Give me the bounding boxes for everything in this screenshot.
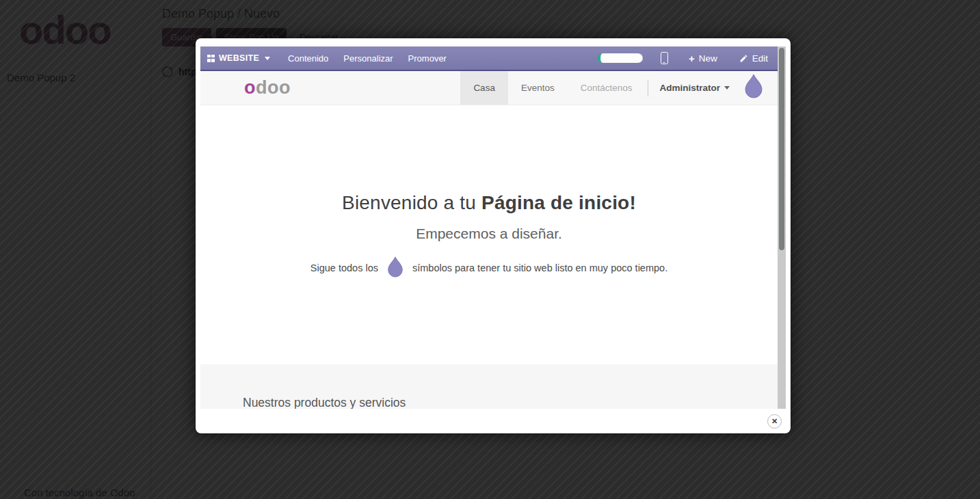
hero-title-bold: Página de inicio! bbox=[481, 192, 636, 213]
chevron-down-icon bbox=[265, 57, 270, 60]
website-menu-button[interactable]: WEBSITE bbox=[207, 53, 270, 63]
hint-after-text: símbolos para tener tu sitio web listo e… bbox=[412, 262, 667, 273]
tutorial-droplet-icon[interactable] bbox=[743, 74, 764, 101]
products-section: Nuestros productos y servicios bbox=[200, 364, 778, 409]
new-label: New bbox=[699, 53, 717, 64]
website-logo[interactable]: odoo bbox=[244, 77, 291, 98]
close-modal-button[interactable]: ✕ bbox=[767, 414, 782, 429]
hero-subtitle: Empecemos a diseñar. bbox=[200, 224, 778, 244]
website-navbar: odoo Casa Eventos Contáctenos Administra… bbox=[200, 71, 778, 105]
navbar-right-group: Casa Eventos Contáctenos Administrator bbox=[460, 71, 778, 105]
hint-before-text: Sigue todos los bbox=[310, 262, 378, 273]
website-logo-rest: doo bbox=[256, 77, 291, 98]
hero-hint: Sigue todos los símbolos para tener tu s… bbox=[200, 256, 778, 280]
nav-item-contactenos[interactable]: Contáctenos bbox=[568, 71, 646, 105]
toolbar-input[interactable] bbox=[598, 53, 643, 63]
navbar-divider bbox=[648, 80, 648, 96]
plus-icon: + bbox=[689, 53, 695, 64]
website-editor-toolbar: WEBSITE Contenido Personalizar Promover … bbox=[200, 46, 778, 71]
user-menu[interactable]: Administrator bbox=[651, 71, 738, 105]
screen: odoo Demo Popup / Nuevo Guardar Show Pop… bbox=[0, 0, 980, 499]
user-menu-label: Administrator bbox=[659, 83, 720, 93]
website-preview-frame: WEBSITE Contenido Personalizar Promover … bbox=[200, 46, 786, 409]
nav-item-eventos[interactable]: Eventos bbox=[508, 71, 568, 105]
tutorial-droplet-icon[interactable] bbox=[386, 256, 404, 280]
hero-title: Bienvenido a tu Página de inicio! bbox=[200, 191, 778, 215]
website-menu-label: WEBSITE bbox=[219, 53, 259, 63]
chevron-down-icon bbox=[724, 86, 730, 90]
homepage-hero: Bienvenido a tu Página de inicio! Empece… bbox=[200, 105, 778, 364]
toolbar-menu-contenido[interactable]: Contenido bbox=[288, 53, 328, 64]
preview-scrollbar-track[interactable] bbox=[778, 46, 786, 409]
popup-preview-modal: WEBSITE Contenido Personalizar Promover … bbox=[196, 38, 791, 433]
edit-button[interactable]: Edit bbox=[739, 53, 768, 64]
toolbar-menu-personalizar[interactable]: Personalizar bbox=[343, 53, 393, 64]
edit-label: Edit bbox=[752, 53, 768, 64]
apps-grid-icon bbox=[207, 55, 215, 62]
toolbar-right-group: + New Edit bbox=[598, 52, 768, 64]
hero-title-regular: Bienvenido a tu bbox=[342, 192, 481, 213]
mobile-preview-icon[interactable] bbox=[661, 52, 668, 64]
edit-pencil-icon bbox=[739, 54, 748, 63]
nav-item-casa[interactable]: Casa bbox=[460, 71, 508, 105]
preview-scrollbar-thumb[interactable] bbox=[779, 48, 784, 250]
website-preview-content: WEBSITE Contenido Personalizar Promover … bbox=[200, 46, 778, 409]
products-section-title: Nuestros productos y servicios bbox=[243, 396, 778, 409]
new-page-button[interactable]: + New bbox=[689, 53, 717, 64]
toolbar-menu-promover[interactable]: Promover bbox=[408, 53, 447, 64]
website-logo-first: o bbox=[244, 77, 256, 98]
